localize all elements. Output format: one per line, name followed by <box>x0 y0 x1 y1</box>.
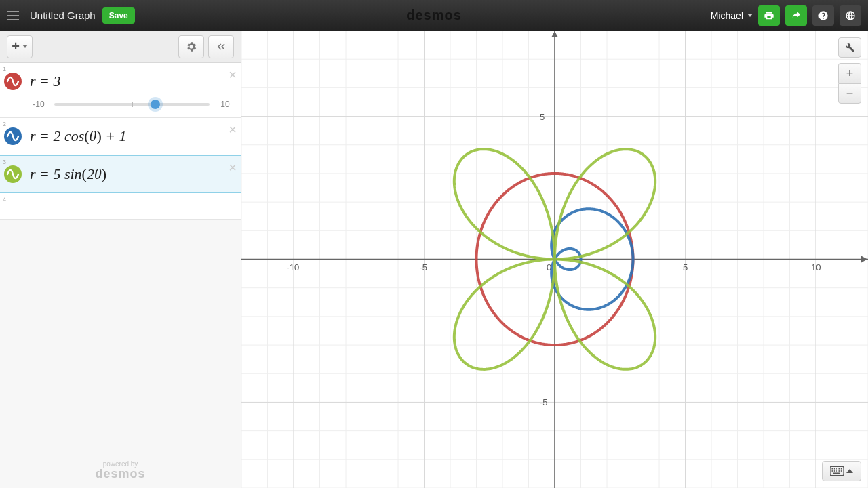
keyboard-toggle[interactable] <box>822 461 861 481</box>
color-swatch[interactable] <box>4 127 22 145</box>
expression-row-3[interactable]: 3r = 5 sin(2θ)× <box>0 155 241 193</box>
slider-max[interactable]: 10 <box>216 100 234 109</box>
keyboard-icon <box>830 466 844 476</box>
wave-icon <box>6 75 20 88</box>
delete-expression-button[interactable]: × <box>229 122 237 138</box>
plot-canvas[interactable]: -10-50510-55 <box>241 30 868 488</box>
delete-expression-button[interactable]: × <box>229 67 237 83</box>
svg-text:5: 5 <box>540 112 545 122</box>
chevron-down-icon <box>747 14 753 17</box>
chevron-up-icon <box>846 469 853 473</box>
svg-text:10: 10 <box>811 262 821 272</box>
share-icon <box>791 10 802 21</box>
variable-slider[interactable]: -1010 <box>0 100 241 117</box>
graph-area[interactable]: -10-50510-55 + − <box>241 30 868 488</box>
expression-toolbar: + <box>0 30 241 63</box>
expression-input[interactable]: r = 3 <box>26 63 241 100</box>
slider-min[interactable]: -10 <box>30 100 47 109</box>
wave-icon <box>6 167 20 181</box>
zoom-out-button[interactable]: − <box>838 83 861 104</box>
help-button[interactable] <box>812 5 834 26</box>
svg-rect-68 <box>834 470 835 472</box>
save-button[interactable]: Save <box>102 7 135 24</box>
svg-rect-62 <box>832 468 833 470</box>
print-icon <box>764 10 774 21</box>
svg-marker-53 <box>551 31 558 37</box>
chevron-double-left-icon <box>215 41 227 53</box>
delete-expression-button[interactable]: × <box>229 160 237 176</box>
globe-icon <box>845 10 856 21</box>
print-button[interactable] <box>758 5 780 26</box>
user-name: Michael <box>711 10 743 21</box>
svg-text:-5: -5 <box>420 262 428 272</box>
wrench-icon <box>844 42 855 53</box>
svg-marker-52 <box>861 256 867 263</box>
slider-thumb[interactable] <box>151 100 160 109</box>
document-title[interactable]: Untitled Graph <box>30 9 96 21</box>
add-expression-button[interactable]: + <box>7 35 33 58</box>
expression-index: 4 <box>3 196 6 203</box>
svg-rect-63 <box>834 468 835 470</box>
svg-rect-69 <box>836 470 837 472</box>
help-icon <box>818 10 829 21</box>
graph-settings-button[interactable] <box>178 35 204 58</box>
brand-logo: desmos <box>406 7 462 23</box>
expression-input[interactable]: r = 2 cos(θ) + 1 <box>26 118 241 155</box>
svg-rect-65 <box>839 468 840 470</box>
expression-index: 1 <box>3 66 6 73</box>
app-header: Untitled Graph Save desmos Michael <box>0 0 868 30</box>
gear-icon <box>185 41 197 53</box>
slider-track[interactable] <box>54 103 210 106</box>
expression-panel: + 1r = 3×-10102r = 2 cos(θ) + 1×3r = 5 s… <box>0 30 241 488</box>
expression-row-1[interactable]: 1r = 3×-1010 <box>0 63 241 118</box>
powered-by: powered by desmos <box>0 460 241 481</box>
user-menu[interactable]: Michael <box>711 10 753 21</box>
expression-input[interactable]: r = 5 sin(2θ) <box>26 156 241 192</box>
color-swatch[interactable] <box>4 73 22 90</box>
menu-button[interactable] <box>0 0 26 30</box>
svg-text:5: 5 <box>683 262 688 272</box>
color-swatch[interactable] <box>4 165 22 183</box>
expression-input[interactable] <box>26 193 241 219</box>
svg-rect-64 <box>836 468 837 470</box>
svg-rect-70 <box>839 470 840 472</box>
language-button[interactable] <box>840 5 861 26</box>
svg-text:-5: -5 <box>540 397 548 407</box>
wave-icon <box>6 129 20 143</box>
svg-rect-67 <box>832 470 833 472</box>
share-button[interactable] <box>785 5 807 26</box>
expression-row-2[interactable]: 2r = 2 cos(θ) + 1× <box>0 118 241 155</box>
expression-row-4[interactable]: 4 <box>0 193 241 220</box>
svg-rect-72 <box>833 473 840 474</box>
wrench-button[interactable] <box>838 37 861 58</box>
svg-rect-66 <box>841 468 842 470</box>
expression-index: 3 <box>3 159 6 165</box>
svg-text:-10: -10 <box>287 262 300 272</box>
zoom-in-button[interactable]: + <box>838 63 861 83</box>
expression-index: 2 <box>3 121 6 127</box>
collapse-panel-button[interactable] <box>208 35 234 58</box>
svg-rect-71 <box>841 470 842 472</box>
